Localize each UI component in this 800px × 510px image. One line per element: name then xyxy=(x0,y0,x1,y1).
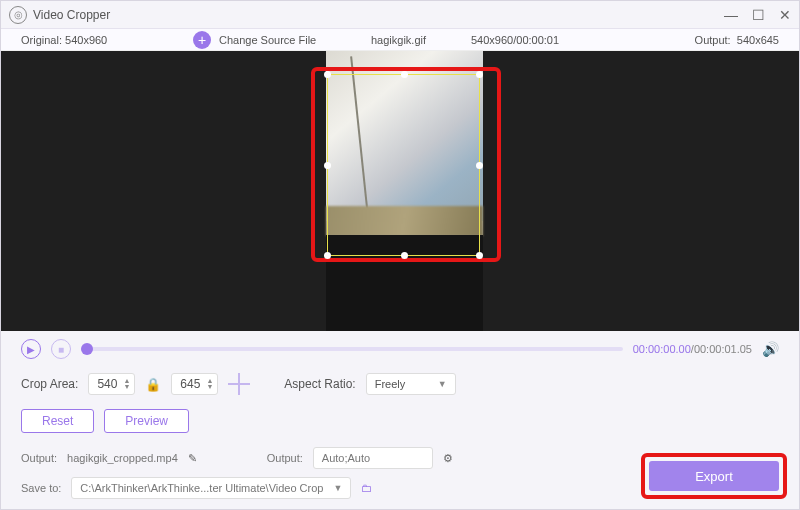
info-bar: Original: 540x960 + Change Source File h… xyxy=(1,29,799,51)
preview-area[interactable] xyxy=(1,51,799,331)
crop-box[interactable] xyxy=(327,74,480,256)
edit-output-icon[interactable]: ✎ xyxy=(188,452,197,465)
output-file-value: hagikgik_cropped.mp4 xyxy=(67,452,178,464)
original-label: Original: xyxy=(21,34,62,46)
export-button[interactable]: Export xyxy=(649,461,779,491)
export-highlight: Export xyxy=(641,453,787,499)
output-label: Output: xyxy=(695,34,731,46)
output-settings-icon[interactable]: ⚙ xyxy=(443,452,453,465)
crop-handle-w[interactable] xyxy=(324,162,331,169)
output-settings-label: Output: xyxy=(267,452,303,464)
seek-knob[interactable] xyxy=(81,343,93,355)
crop-height-input[interactable]: 645 ▲▼ xyxy=(171,373,218,395)
minimize-button[interactable]: — xyxy=(724,7,738,23)
lock-aspect-icon[interactable]: 🔒 xyxy=(145,377,161,392)
maximize-button[interactable]: ☐ xyxy=(752,7,765,23)
app-icon: ◎ xyxy=(9,6,27,24)
crop-handle-n[interactable] xyxy=(401,71,408,78)
output-file-label: Output: xyxy=(21,452,57,464)
output-value: 540x645 xyxy=(737,34,779,46)
close-button[interactable]: ✕ xyxy=(779,7,791,23)
current-time: 00:00:00.00 xyxy=(633,343,691,355)
browse-folder-icon[interactable]: 🗀 xyxy=(361,482,372,494)
change-source-button[interactable]: Change Source File xyxy=(219,34,316,46)
crop-handle-ne[interactable] xyxy=(476,71,483,78)
original-value: 540x960 xyxy=(65,34,107,46)
reset-button[interactable]: Reset xyxy=(21,409,94,433)
preview-button[interactable]: Preview xyxy=(104,409,189,433)
add-source-icon[interactable]: + xyxy=(193,31,211,49)
volume-icon[interactable]: 🔊 xyxy=(762,341,779,357)
stop-button[interactable]: ■ xyxy=(51,339,71,359)
seek-bar[interactable] xyxy=(81,347,623,351)
save-path-select[interactable]: C:\ArkThinker\ArkThinke...ter Ultimate\V… xyxy=(71,477,351,499)
play-button[interactable]: ▶ xyxy=(21,339,41,359)
save-to-label: Save to: xyxy=(21,482,61,494)
center-crop-icon[interactable] xyxy=(228,373,250,395)
output-settings-select[interactable]: Auto;Auto xyxy=(313,447,433,469)
crop-handle-se[interactable] xyxy=(476,252,483,259)
source-filename: hagikgik.gif xyxy=(371,34,426,46)
playback-bar: ▶ ■ 00:00:00.00/00:00:01.05 🔊 xyxy=(21,339,779,359)
aspect-ratio-select[interactable]: Freely ▼ xyxy=(366,373,456,395)
total-time: 00:00:01.05 xyxy=(694,343,752,355)
crop-handle-sw[interactable] xyxy=(324,252,331,259)
crop-handle-e[interactable] xyxy=(476,162,483,169)
crop-area-label: Crop Area: xyxy=(21,377,78,391)
title-bar: ◎ Video Cropper — ☐ ✕ xyxy=(1,1,799,29)
source-dims-time: 540x960/00:00:01 xyxy=(471,34,559,46)
aspect-ratio-label: Aspect Ratio: xyxy=(284,377,355,391)
crop-handle-nw[interactable] xyxy=(324,71,331,78)
crop-handle-s[interactable] xyxy=(401,252,408,259)
window-title: Video Cropper xyxy=(33,8,110,22)
crop-width-input[interactable]: 540 ▲▼ xyxy=(88,373,135,395)
